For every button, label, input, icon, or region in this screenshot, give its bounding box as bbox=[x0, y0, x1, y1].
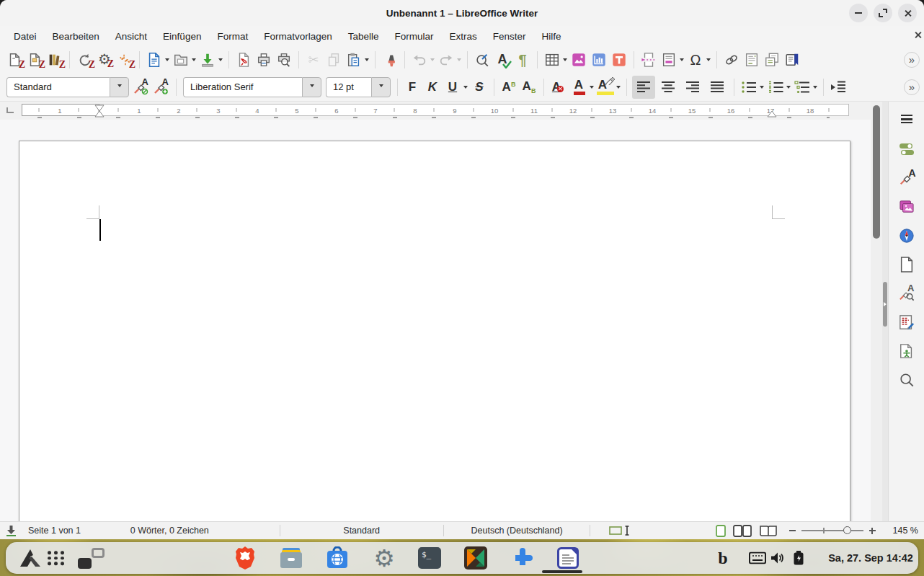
toolbar-overflow-button[interactable]: » bbox=[904, 79, 920, 95]
paragraph-style-value[interactable]: Standard bbox=[6, 77, 110, 97]
zoom-out-button[interactable] bbox=[789, 530, 796, 531]
sidebar-tab-find[interactable] bbox=[895, 368, 918, 391]
multi-page-view-icon[interactable] bbox=[733, 525, 752, 537]
battery-indicator[interactable] bbox=[794, 551, 804, 565]
find-replace-button[interactable] bbox=[473, 50, 492, 70]
menu-datei[interactable]: Datei bbox=[6, 29, 45, 44]
print-preview-button[interactable] bbox=[275, 50, 293, 70]
open-dropdown[interactable] bbox=[192, 58, 196, 63]
zotero-preferences-button[interactable]: ⚙ Z bbox=[95, 50, 114, 70]
menu-tabelle[interactable]: Tabelle bbox=[340, 29, 387, 44]
update-style-button[interactable]: A bbox=[132, 77, 151, 97]
font-size-dropdown[interactable] bbox=[371, 77, 391, 97]
export-pdf-button[interactable] bbox=[234, 50, 253, 70]
align-justify-button[interactable] bbox=[706, 76, 729, 99]
spellcheck-button[interactable]: A bbox=[493, 50, 512, 70]
clear-formatting-button[interactable]: A bbox=[549, 77, 568, 97]
zoom-in-button[interactable] bbox=[869, 528, 876, 534]
special-character-button[interactable]: Ω bbox=[686, 50, 705, 70]
minimize-button[interactable] bbox=[849, 4, 868, 22]
font-name-value[interactable]: Liberation Serif bbox=[183, 77, 302, 97]
undo-button[interactable] bbox=[410, 50, 429, 70]
paragraph-style-combo[interactable]: Standard bbox=[6, 77, 129, 97]
terminal-launcher[interactable]: $_ bbox=[418, 547, 441, 569]
numbered-list-dropdown[interactable] bbox=[786, 86, 791, 91]
zotero-unlink-button[interactable]: Z bbox=[115, 50, 134, 70]
insert-field-button[interactable] bbox=[659, 50, 678, 70]
extensions-launcher[interactable] bbox=[511, 546, 534, 570]
sidebar-tab-styles[interactable]: A bbox=[895, 167, 918, 190]
book-view-icon[interactable] bbox=[759, 525, 778, 537]
insert-field-dropdown[interactable] bbox=[680, 58, 684, 63]
strikethrough-button[interactable]: S bbox=[470, 77, 489, 97]
sidebar-tab-properties[interactable] bbox=[895, 138, 918, 161]
menu-ansicht[interactable]: Ansicht bbox=[107, 29, 155, 44]
menu-formular[interactable]: Formular bbox=[387, 29, 442, 44]
sidebar-hide-handle[interactable] bbox=[883, 282, 887, 327]
new-document-dropdown[interactable] bbox=[165, 58, 169, 63]
sidebar-tab-navigator[interactable] bbox=[895, 224, 918, 247]
align-center-button[interactable] bbox=[657, 76, 680, 99]
open-button[interactable] bbox=[172, 50, 190, 70]
menu-format[interactable]: Format bbox=[209, 29, 256, 44]
clone-formatting-button[interactable] bbox=[381, 50, 399, 70]
insert-image-button[interactable] bbox=[569, 50, 588, 70]
insert-table-dropdown[interactable] bbox=[563, 58, 567, 63]
search-bar-button[interactable]: b bbox=[718, 549, 727, 567]
bullet-list-dropdown[interactable] bbox=[760, 86, 764, 91]
media-app-launcher[interactable] bbox=[464, 546, 487, 570]
insert-footnote-button[interactable] bbox=[742, 50, 761, 70]
outline-list-button[interactable] bbox=[793, 77, 812, 97]
cut-button[interactable]: ✂ bbox=[304, 50, 323, 70]
sidebar-menu-button[interactable] bbox=[895, 107, 918, 130]
align-left-button[interactable] bbox=[632, 76, 655, 99]
distro-logo-button[interactable] bbox=[19, 549, 41, 567]
subscript-button[interactable]: AB bbox=[520, 77, 538, 97]
brave-browser-launcher[interactable] bbox=[234, 546, 256, 570]
special-character-dropdown[interactable] bbox=[706, 58, 711, 63]
font-color-button[interactable]: A bbox=[569, 77, 588, 97]
sidebar-tab-gallery[interactable] bbox=[895, 195, 918, 218]
close-button[interactable] bbox=[898, 4, 917, 22]
menu-formatvorlagen[interactable]: Formatvorlagen bbox=[256, 29, 340, 44]
menu-hilfe[interactable]: Hilfe bbox=[534, 29, 569, 44]
save-status[interactable] bbox=[0, 522, 22, 539]
volume-indicator[interactable] bbox=[770, 552, 785, 564]
page-count[interactable]: Seite 1 von 1 bbox=[22, 522, 125, 539]
zoom-level[interactable]: 145 % bbox=[881, 522, 924, 539]
save-button[interactable] bbox=[198, 50, 217, 70]
libreoffice-writer-launcher[interactable] bbox=[557, 547, 579, 569]
copy-button[interactable] bbox=[324, 50, 343, 70]
menu-einfuegen[interactable]: Einfügen bbox=[155, 29, 209, 44]
insert-page-break-button[interactable] bbox=[639, 50, 658, 70]
app-grid-button[interactable] bbox=[48, 551, 65, 565]
settings-launcher[interactable]: ⚙ bbox=[373, 546, 395, 570]
increase-indent-button[interactable] bbox=[829, 77, 848, 97]
font-size-value[interactable]: 12 pt bbox=[326, 77, 371, 97]
underline-button[interactable]: U bbox=[443, 77, 462, 97]
insert-mode[interactable] bbox=[590, 522, 652, 539]
font-name-dropdown[interactable] bbox=[302, 77, 321, 97]
insert-hyperlink-button[interactable] bbox=[722, 50, 741, 70]
outline-list-dropdown[interactable] bbox=[813, 86, 817, 91]
print-button[interactable] bbox=[254, 50, 273, 70]
sidebar-tab-accessibility-check[interactable] bbox=[895, 340, 918, 363]
document-page[interactable] bbox=[19, 141, 850, 521]
titlebar[interactable]: Unbenannt 1 – LibreOffice Writer bbox=[0, 0, 924, 26]
undo-dropdown[interactable] bbox=[430, 58, 435, 63]
save-dropdown[interactable] bbox=[218, 58, 223, 63]
document-area[interactable] bbox=[0, 120, 871, 521]
restore-button[interactable] bbox=[874, 4, 892, 22]
italic-button[interactable]: K bbox=[423, 77, 442, 97]
zotero-add-note-button[interactable]: Z bbox=[25, 50, 44, 70]
zotero-add-citation-button[interactable]: Z bbox=[5, 50, 24, 70]
insert-chart-button[interactable] bbox=[590, 50, 608, 70]
font-name-combo[interactable]: Liberation Serif bbox=[183, 77, 321, 97]
toolbar-overflow-button[interactable]: » bbox=[904, 52, 920, 68]
zotero-refresh-button[interactable]: Z bbox=[75, 50, 94, 70]
scrollbar-thumb[interactable] bbox=[873, 105, 880, 239]
paragraph-style-dropdown[interactable] bbox=[110, 77, 129, 97]
highlight-color-dropdown[interactable] bbox=[616, 86, 621, 91]
clock[interactable]: Sa, 27. Sep 14:42 bbox=[828, 552, 913, 564]
new-style-button[interactable]: A bbox=[152, 77, 171, 97]
